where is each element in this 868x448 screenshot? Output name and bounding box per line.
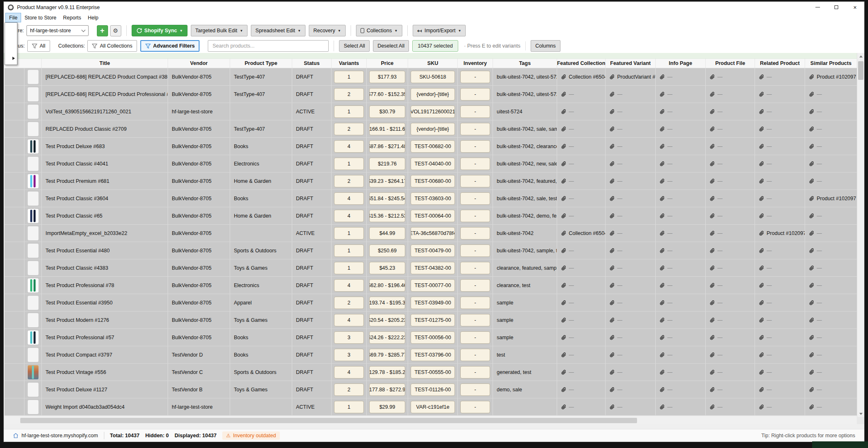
cell-variants[interactable]: 1 [332,398,367,415]
column-header-type[interactable]: Product Type [230,59,292,68]
table-row[interactable]: Test Product Professional #78BulkVendor-… [5,277,857,294]
cell-price[interactable]: $250.69 [367,242,408,259]
column-header-info-page[interactable]: Info Page [656,59,706,68]
cell-related-product[interactable]: — [755,398,805,415]
table-row[interactable]: Test Product Compact #3797TestVendor DBo… [5,346,857,364]
inventory-editable-field[interactable]: - [460,331,490,344]
cell-variants[interactable]: 2 [332,294,367,311]
price-editable-field[interactable]: $250.69 [369,244,405,257]
cell-related-product[interactable]: — [755,120,805,137]
cell-inventory[interactable]: - [458,225,493,242]
cell-variants[interactable]: 2 [332,120,367,137]
status-filter-button[interactable]: All [27,40,50,52]
cell-sku[interactable]: TEST-00064-00 [408,207,458,224]
select-all-button[interactable]: Select All [339,40,369,52]
price-editable-field[interactable]: $29.99 [369,401,405,413]
variants-editable-field[interactable]: 1 [334,71,364,83]
variants-editable-field[interactable]: 4 [334,366,364,379]
cell-featured-collection[interactable]: — [557,259,606,276]
cell-featured-variant[interactable]: — [606,381,656,398]
cell-inventory[interactable]: - [458,242,493,259]
cell-featured-variant[interactable]: — [606,225,656,242]
cell-related-product[interactable]: — [755,294,805,311]
sku-editable-field[interactable]: TEST-00056-00 [411,331,455,344]
import-export-button[interactable]: ↤Import/Export▼ [413,25,466,36]
cell-similar-products[interactable]: — [805,172,857,189]
cell-similar-products[interactable]: — [805,138,857,155]
price-editable-field[interactable]: $77.60 - $152.35 [369,88,405,101]
cell-sku[interactable]: TEST-04382-00 [408,259,458,276]
cell-inventory[interactable]: - [458,138,493,155]
cell-variants[interactable]: 4 [332,190,367,207]
column-header-status[interactable]: Status [292,59,332,68]
cell-variants[interactable]: 1 [332,68,367,85]
cell-info-page[interactable]: — [656,86,706,103]
cell-similar-products[interactable]: — [805,259,857,276]
variants-editable-field[interactable]: 4 [334,140,364,153]
cell-price[interactable]: $39.23 - $264.17 [367,172,408,189]
cell-featured-collection[interactable]: — [557,103,606,120]
cell-similar-products[interactable]: — [805,381,857,398]
sku-editable-field[interactable]: {vendor}-{title} [411,88,455,101]
recovery-button[interactable]: Recovery▼ [309,25,346,36]
sku-editable-field[interactable]: TEST-00077-00 [411,279,455,292]
sku-editable-field[interactable]: TEST-00064-00 [411,210,455,222]
cell-featured-variant[interactable]: — [606,207,656,224]
table-row[interactable]: [REPLACED-686] REPLACED Product Compact … [5,68,857,86]
cell-inventory[interactable]: - [458,190,493,207]
sku-editable-field[interactable]: TEST-04040-00 [411,158,455,170]
cell-featured-variant[interactable]: — [606,346,656,363]
vertical-scrollbar-thumb[interactable] [858,61,863,80]
price-editable-field[interactable]: $177.88 - $272.99 [369,383,405,396]
variants-editable-field[interactable]: 1 [334,227,364,240]
table-row[interactable]: Weight Import d040acb3ad054dc4hf-large-t… [5,398,857,416]
deselect-all-button[interactable]: Deselect All [373,40,409,52]
price-editable-field[interactable]: $20.54 - $205.23 [369,314,405,326]
cell-similar-products[interactable]: — [805,242,857,259]
sku-editable-field[interactable]: TEST-00680-00 [411,175,455,187]
cell-sku[interactable]: TEST-01126-00 [408,381,458,398]
cell-product-file[interactable]: — [706,155,755,172]
cell-similar-products[interactable]: — [805,207,857,224]
cell-product-file[interactable]: — [706,138,755,155]
cell-featured-variant[interactable]: — [606,190,656,207]
cell-info-page[interactable]: — [656,225,706,242]
cell-similar-products[interactable]: — [805,398,857,415]
cell-info-page[interactable]: — [656,329,706,346]
cell-info-page[interactable]: — [656,120,706,137]
menu-store-to-store[interactable]: Store to Store [21,13,60,22]
cell-sku[interactable]: {vendor}-{title} [408,120,458,137]
cell-product-file[interactable]: — [706,259,755,276]
cell-related-product[interactable]: — [755,103,805,120]
cell-product-file[interactable]: — [706,311,755,328]
cell-product-file[interactable]: — [706,172,755,189]
variants-editable-field[interactable]: 4 [334,279,364,292]
cell-info-page[interactable]: — [656,398,706,415]
cell-inventory[interactable]: - [458,277,493,294]
variants-editable-field[interactable]: 3 [334,349,364,361]
scroll-up-arrow[interactable] [857,53,865,60]
price-editable-field[interactable]: $87.86 - $271.48 [369,140,405,153]
inventory-editable-field[interactable]: - [460,279,490,292]
cell-inventory[interactable]: - [458,207,493,224]
column-header-featured-variant[interactable]: Featured Variant [606,59,656,68]
table-row[interactable]: Test Product Essential #480BulkVendor-87… [5,242,857,259]
sku-editable-field[interactable]: SKU-50618 [411,71,455,83]
inventory-editable-field[interactable]: - [460,140,490,153]
cell-inventory[interactable]: - [458,172,493,189]
cell-price[interactable]: $177.88 - $272.99 [367,381,408,398]
cell-featured-collection[interactable]: — [557,190,606,207]
cell-related-product[interactable]: — [755,155,805,172]
variants-editable-field[interactable]: 2 [334,123,364,135]
cell-related-product[interactable]: — [755,259,805,276]
minimize-button[interactable] [808,2,827,13]
sku-editable-field[interactable]: VOL191712600021 [411,105,455,118]
cell-featured-collection[interactable]: — [557,207,606,224]
cell-sku[interactable]: VOL191712600021 [408,103,458,120]
cell-info-page[interactable]: — [656,68,706,85]
cell-sku[interactable]: TEST-04040-00 [408,155,458,172]
cell-variants[interactable]: 1 [332,103,367,120]
price-editable-field[interactable]: $39.23 - $264.17 [369,175,405,187]
cell-inventory[interactable]: - [458,329,493,346]
cell-price[interactable]: $193.74 - $195.36 [367,294,408,311]
